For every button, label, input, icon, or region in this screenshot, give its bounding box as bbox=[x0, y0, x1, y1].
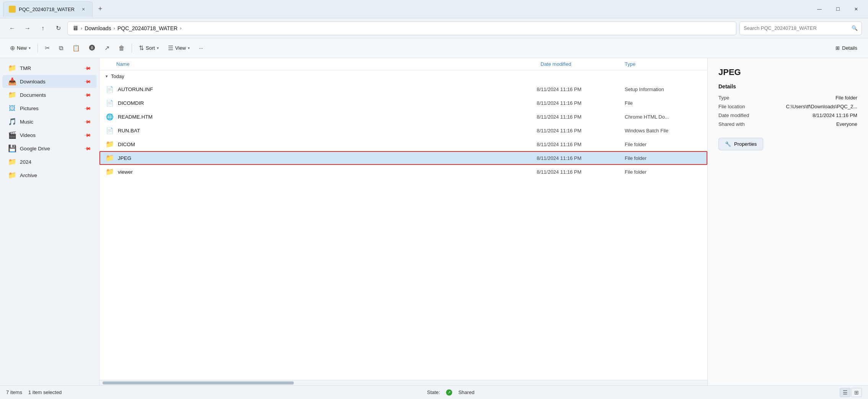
sort-button[interactable]: ⇅ Sort ▾ bbox=[135, 41, 163, 55]
file-name-readme: README.HTM bbox=[118, 114, 533, 120]
file-row[interactable]: 🌐 README.HTM 8/11/2024 11:16 PM Chrome H… bbox=[99, 110, 707, 124]
file-icon-jpeg-folder: 📁 bbox=[106, 154, 114, 162]
details-value-location: C:\Users\tf\Downloads\PQC_2... bbox=[786, 104, 857, 109]
sidebar-item-videos[interactable]: 🎬 Videos 📌 bbox=[2, 129, 97, 142]
search-input[interactable] bbox=[744, 25, 849, 31]
window-controls: — ☐ ✕ bbox=[811, 3, 865, 15]
sidebar: 📁 TMR 📌 📥 Downloads 📌 📁 Documents 📌 🖼 Pi… bbox=[0, 58, 99, 385]
sidebar-item-googledrive[interactable]: 💾 Google Drive 📌 bbox=[2, 142, 97, 155]
forward-button[interactable]: → bbox=[21, 22, 34, 34]
file-date-viewer: 8/11/2024 11:16 PM bbox=[537, 169, 621, 175]
delete-button[interactable]: 🗑 bbox=[115, 41, 129, 55]
address-bar: ← → ↑ ↻ 🖥 › Downloads › PQC_20240718_WAT… bbox=[0, 18, 868, 38]
file-date-jpeg: 8/11/2024 11:16 PM bbox=[537, 155, 621, 161]
tab-title: PQC_20240718_WATER bbox=[19, 7, 75, 12]
paste-button[interactable]: 📋 bbox=[68, 41, 84, 55]
details-view-button[interactable]: ⊞ bbox=[851, 388, 862, 397]
file-area: Name Date modified Type ▾ Today 📄 AUTORU… bbox=[99, 58, 707, 385]
share-button[interactable]: ↗ bbox=[101, 41, 113, 55]
view-toggle: ☰ ⊞ bbox=[840, 388, 862, 397]
new-icon: ⊕ bbox=[10, 44, 15, 52]
videos-folder-icon: 🎬 bbox=[8, 131, 16, 139]
new-button[interactable]: ⊕ New ▾ bbox=[6, 41, 34, 55]
horizontal-scrollbar[interactable] bbox=[99, 380, 707, 385]
details-key-location: File location bbox=[718, 104, 745, 109]
properties-button[interactable]: 🔧 Properties bbox=[718, 138, 763, 150]
file-row-jpeg[interactable]: 📁 JPEG 8/11/2024 11:16 PM File folder bbox=[99, 151, 707, 165]
details-row-shared: Shared with Everyone bbox=[718, 120, 857, 129]
sidebar-label-2024: 2024 bbox=[20, 159, 91, 165]
sidebar-item-music[interactable]: 🎵 Music 📌 bbox=[2, 115, 97, 128]
sidebar-item-pictures[interactable]: 🖼 Pictures 📌 bbox=[2, 102, 97, 115]
delete-icon: 🗑 bbox=[119, 45, 125, 52]
sort-chevron-icon: ▾ bbox=[157, 46, 159, 50]
copy-icon: ⧉ bbox=[59, 45, 63, 52]
column-name[interactable]: Name bbox=[106, 61, 541, 67]
maximize-button[interactable]: ☐ bbox=[829, 3, 847, 15]
copy-button[interactable]: ⧉ bbox=[55, 41, 67, 55]
rename-button[interactable]: 🅐 bbox=[85, 41, 99, 55]
sidebar-label-archive: Archive bbox=[20, 173, 91, 178]
pictures-folder-icon: 🖼 bbox=[8, 104, 16, 112]
more-button[interactable]: ··· bbox=[195, 41, 207, 55]
details-button[interactable]: ⊞ Details bbox=[831, 43, 862, 53]
minimize-button[interactable]: — bbox=[811, 3, 828, 15]
share-icon: ↗ bbox=[104, 44, 109, 52]
address-path[interactable]: 🖥 › Downloads › PQC_20240718_WATER › bbox=[67, 21, 736, 35]
file-name-dicom: DICOM bbox=[118, 142, 533, 147]
file-row[interactable]: 📁 viewer 8/11/2024 11:16 PM File folder bbox=[99, 165, 707, 179]
pin-icon-music: 📌 bbox=[84, 118, 92, 126]
search-icon: 🔍 bbox=[852, 25, 858, 31]
active-tab[interactable]: PQC_20240718_WATER × bbox=[3, 2, 93, 17]
tab-close-button[interactable]: × bbox=[80, 6, 87, 13]
list-view-button[interactable]: ☰ bbox=[840, 388, 850, 397]
path-downloads[interactable]: Downloads bbox=[85, 25, 111, 31]
group-label-today: Today bbox=[111, 73, 124, 79]
sidebar-item-archive[interactable]: 📁 Archive bbox=[2, 169, 97, 182]
column-type[interactable]: Type bbox=[625, 61, 701, 67]
scroll-thumb[interactable] bbox=[103, 381, 294, 384]
file-icon-autorun: 📄 bbox=[106, 85, 114, 93]
column-date-modified[interactable]: Date modified bbox=[541, 61, 625, 67]
status-item-count: 7 items bbox=[6, 389, 22, 395]
file-row[interactable]: 📁 DICOM 8/11/2024 11:16 PM File folder bbox=[99, 137, 707, 151]
view-button[interactable]: ☰ View ▾ bbox=[164, 41, 194, 55]
path-folder[interactable]: PQC_20240718_WATER bbox=[117, 25, 178, 31]
details-row-location: File location C:\Users\tf\Downloads\PQC_… bbox=[718, 102, 857, 111]
pin-icon-pictures: 📌 bbox=[84, 104, 92, 112]
file-row[interactable]: 📄 DICOMDIR 8/11/2024 11:16 PM File bbox=[99, 96, 707, 110]
group-header-today[interactable]: ▾ Today bbox=[99, 70, 707, 82]
up-button[interactable]: ↑ bbox=[37, 22, 49, 34]
back-button[interactable]: ← bbox=[6, 22, 18, 34]
sidebar-item-documents[interactable]: 📁 Documents 📌 bbox=[2, 88, 97, 101]
sidebar-label-downloads: Downloads bbox=[20, 79, 81, 85]
sidebar-item-downloads[interactable]: 📥 Downloads 📌 bbox=[2, 75, 97, 88]
file-type-autorun: Setup Information bbox=[625, 86, 701, 92]
new-label: New bbox=[17, 45, 27, 51]
file-row[interactable]: 📄 AUTORUN.INF 8/11/2024 11:16 PM Setup I… bbox=[99, 82, 707, 96]
downloads-folder-icon: 📥 bbox=[8, 78, 16, 85]
new-tab-button[interactable]: + bbox=[94, 3, 106, 15]
group-chevron-icon: ▾ bbox=[106, 74, 108, 79]
sidebar-item-tmr[interactable]: 📁 TMR 📌 bbox=[2, 62, 97, 75]
file-date-dicomdir: 8/11/2024 11:16 PM bbox=[537, 100, 621, 106]
file-row[interactable]: 📄 RUN.BAT 8/11/2024 11:16 PM Windows Bat… bbox=[99, 124, 707, 137]
sidebar-item-2024[interactable]: 📁 2024 bbox=[2, 155, 97, 168]
details-value-shared: Everyone bbox=[836, 121, 857, 127]
monitor-icon: 🖥 bbox=[72, 25, 78, 32]
paste-icon: 📋 bbox=[72, 44, 80, 52]
file-icon-dicom-folder: 📁 bbox=[106, 140, 114, 148]
file-type-viewer: File folder bbox=[625, 169, 701, 175]
file-icon-runbat: 📄 bbox=[106, 126, 114, 135]
details-key-shared: Shared with bbox=[718, 121, 745, 127]
file-type-dicomdir: File bbox=[625, 100, 701, 106]
close-button[interactable]: ✕ bbox=[847, 3, 865, 15]
sidebar-label-music: Music bbox=[20, 119, 81, 125]
archive-folder-icon: 📁 bbox=[8, 171, 16, 179]
more-label: ··· bbox=[199, 45, 203, 51]
details-row-date: Date modified 8/11/2024 11:16 PM bbox=[718, 111, 857, 120]
details-row-type: Type File folder bbox=[718, 93, 857, 102]
cut-button[interactable]: ✂ bbox=[41, 41, 54, 55]
refresh-button[interactable]: ↻ bbox=[52, 22, 64, 34]
search-box[interactable]: 🔍 bbox=[739, 21, 862, 35]
